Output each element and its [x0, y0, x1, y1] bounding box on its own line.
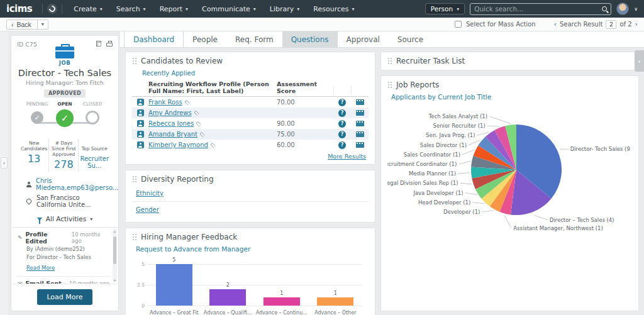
bar-advance-qualifi[interactable]: [209, 289, 246, 306]
tab-questions[interactable]: Questions: [282, 31, 338, 47]
activity-item: ✎Profile Edited10 months agoBy iAdmin (d…: [16, 228, 111, 277]
feedback-bar-chart: 02.555211Advance – Great FitAdvance – Qu…: [133, 258, 365, 315]
tasks-panel: Recruiter Task List: [380, 52, 639, 70]
question-circle-icon[interactable]: ?: [338, 141, 346, 149]
activities-filter-dropdown[interactable]: All Activities ▾: [11, 211, 118, 228]
dashboard-panels: Candidates to Review Recently Applied Re…: [120, 48, 644, 315]
drag-handle-icon[interactable]: [387, 81, 392, 89]
drag-handle-icon[interactable]: [132, 233, 136, 241]
back-dropdown-button[interactable]: ▾: [38, 19, 48, 30]
drag-handle-icon[interactable]: [132, 175, 136, 183]
icims-logo-mark-icon[interactable]: [47, 4, 57, 14]
film-icon[interactable]: [356, 110, 364, 116]
video-cell: [351, 121, 369, 126]
search-icon[interactable]: [602, 6, 607, 11]
assessment-score-value: 70.00: [277, 99, 333, 106]
bar-advance-great-fit[interactable]: [156, 264, 192, 306]
advance-request-link[interactable]: Request to Advance from Manager: [136, 245, 250, 253]
scrollbar-thumb[interactable]: [113, 236, 116, 264]
tab-people[interactable]: People: [184, 31, 226, 47]
pie-label: Developer (1): [443, 209, 480, 215]
question-circle-icon[interactable]: ?: [338, 109, 346, 117]
bar-column: 1: [309, 264, 363, 306]
chevron-down-icon[interactable]: ∨: [634, 6, 638, 12]
feed-scrollbar[interactable]: ▴ ▾: [113, 229, 117, 282]
candidate-profile-icon[interactable]: [137, 141, 144, 148]
check-circle-icon[interactable]: ✓: [56, 109, 74, 127]
scroll-up-icon[interactable]: ▴: [113, 229, 117, 233]
question-circle-icon[interactable]: ?: [338, 131, 346, 138]
stat-value[interactable]: 278: [50, 158, 77, 170]
candidate-name-link[interactable]: Amanda Bryant: [148, 131, 197, 138]
nav-menu-library[interactable]: Library▾: [263, 0, 306, 18]
film-icon[interactable]: [356, 131, 364, 137]
prev-result-icon[interactable]: ‹: [554, 20, 557, 28]
tab-source[interactable]: Source: [389, 31, 432, 47]
tab-approval[interactable]: Approval: [338, 31, 389, 47]
film-icon[interactable]: [356, 99, 364, 105]
tab-dashboard[interactable]: Dashboard: [124, 31, 184, 47]
user-avatar[interactable]: [616, 3, 629, 15]
mass-action-checkbox[interactable]: [455, 21, 462, 28]
quick-search-input[interactable]: [474, 5, 602, 13]
candidate-name-link[interactable]: Rebecca Jones: [148, 120, 194, 127]
tab-req-form[interactable]: Req. Form: [226, 31, 282, 47]
diversity-link-gender[interactable]: Gender: [136, 206, 159, 213]
activity-title: Profile Edited: [26, 231, 69, 245]
candidate-profile-icon[interactable]: [137, 120, 144, 127]
candidate-profile-icon[interactable]: [137, 99, 144, 106]
pie-label: Recruitment Coordinator (1): [387, 161, 457, 167]
stat-value[interactable]: Recruiter Su...: [80, 155, 109, 169]
icims-logo: icims: [6, 3, 32, 14]
main-area: DashboardPeopleReq. FormQuestionsApprova…: [120, 31, 644, 315]
load-more-button[interactable]: Load More: [37, 289, 92, 305]
film-icon[interactable]: [356, 121, 364, 126]
contact-link[interactable]: Chris Miedema,emp63@perso...: [36, 177, 118, 191]
drag-handle-icon[interactable]: [387, 57, 392, 65]
search-scope-select[interactable]: Person ▾: [425, 3, 465, 14]
copy-icon[interactable]: [96, 41, 101, 47]
nav-menu-communicate[interactable]: Communicate▾: [195, 0, 263, 18]
film-icon[interactable]: [356, 142, 364, 148]
candidate-profile-icon[interactable]: [137, 109, 144, 116]
candidate-profile-icon[interactable]: [137, 131, 144, 138]
nav-menu-report[interactable]: Report▾: [153, 0, 195, 18]
drag-handle-icon[interactable]: [132, 57, 136, 65]
chevron-down-icon: ▾: [186, 6, 188, 12]
collapse-panel-icon[interactable]: ‹: [635, 50, 644, 72]
candidate-name-link[interactable]: Amy Andrews: [148, 109, 192, 116]
bar-column: 1: [255, 264, 309, 306]
check-circle-icon[interactable]: ✓: [31, 111, 43, 124]
nav-menu-create[interactable]: Create▾: [67, 0, 109, 18]
question-cell: ?: [333, 141, 351, 149]
next-result-icon[interactable]: ›: [635, 20, 638, 28]
content: › ID C75 JOB Director - Tech Sales Hirin…: [0, 31, 644, 315]
read-more-link[interactable]: Read More: [26, 265, 55, 271]
stat-value[interactable]: 13: [21, 153, 47, 165]
bar-advance-other[interactable]: [317, 297, 353, 306]
candidate-row: Rebecca Jones90.00?: [132, 118, 369, 129]
expand-panel-icon[interactable]: ›: [1, 157, 8, 169]
question-circle-icon[interactable]: ?: [338, 99, 346, 106]
more-results-link[interactable]: More Results: [328, 153, 366, 160]
candidate-name-link[interactable]: Frank Ross: [148, 99, 182, 106]
pie-label: Assistant Manager, Northwest (1): [513, 225, 603, 231]
applicants-report-link[interactable]: Applicants by Current Job Title: [391, 93, 491, 101]
bar-advance-continu[interactable]: [264, 297, 300, 306]
nav-menu-resources[interactable]: Resources▾: [306, 0, 361, 18]
question-circle-icon[interactable]: ?: [338, 120, 346, 128]
nav-menus: Create▾Search▾Report▾Communicate▾Library…: [67, 0, 361, 18]
empty-circle-icon[interactable]: [86, 111, 99, 124]
scroll-down-icon[interactable]: ▾: [113, 278, 117, 282]
recently-applied-link[interactable]: Recently Applied: [142, 70, 195, 77]
table-header: Recruiting Workflow Profile (Person Full…: [132, 79, 369, 97]
back-button[interactable]: ‹Back: [6, 19, 38, 30]
candidate-icon-cell: [132, 141, 148, 148]
print-icon[interactable]: [106, 43, 113, 47]
candidate-name-link[interactable]: Kimberly Raymond: [148, 141, 208, 148]
diversity-link-ethnicity[interactable]: Ethnicity: [136, 190, 164, 197]
result-page-input[interactable]: [606, 20, 616, 29]
panel-title: Recruiter Task List: [396, 57, 465, 65]
feedback-panel: Hiring Manager Feedback Request to Advan…: [125, 228, 375, 315]
nav-menu-search[interactable]: Search▾: [109, 0, 153, 18]
